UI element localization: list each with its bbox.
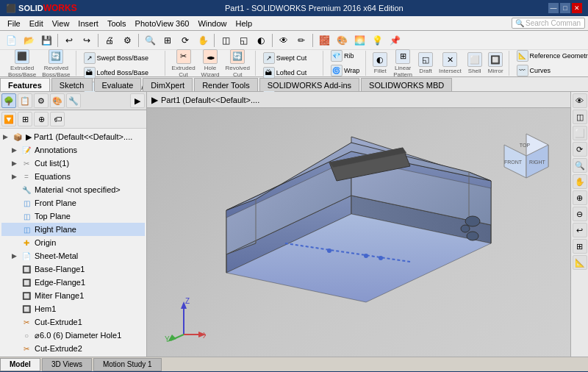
reference-geometry-button[interactable]: 📐Reference Geometry xyxy=(514,49,588,63)
maximize-button[interactable]: □ xyxy=(560,3,570,13)
menu-help[interactable]: Help xyxy=(232,18,257,29)
tree-front-plane[interactable]: ◫ Front Plane xyxy=(1,196,145,210)
tb-print[interactable]: 🖨 xyxy=(101,32,118,49)
tree-top-plane[interactable]: ◫ Top Plane xyxy=(1,210,145,223)
tb-view-orient[interactable]: ◫ xyxy=(218,32,234,49)
sidebar-properties-icon[interactable]: 📋 xyxy=(18,93,32,108)
tb-save[interactable]: 💾 xyxy=(38,32,54,49)
tree-cut-extrude2[interactable]: ✂ Cut-Extrude2 xyxy=(1,342,145,355)
swept-boss-button[interactable]: ↗Swept Boss/Base xyxy=(81,51,162,65)
tab-solidworks-addins[interactable]: SOLIDWORKS Add-ins xyxy=(259,78,359,91)
tb-pan[interactable]: ✋ xyxy=(195,32,211,49)
tb-open[interactable]: 📂 xyxy=(21,32,37,49)
tab-features[interactable]: Features xyxy=(0,78,50,91)
tree-root[interactable]: ▶ 📦 ▶ Part1 (Default<<Default>.... xyxy=(1,130,145,143)
tb-section-view[interactable]: ◱ xyxy=(235,32,251,49)
tab-render-tools[interactable]: Render Tools xyxy=(194,78,258,91)
rt-zoom-fit[interactable]: 🔍 xyxy=(573,158,587,173)
rt-pan[interactable]: ✋ xyxy=(573,174,587,189)
tb-edit-component[interactable]: ✏ xyxy=(293,32,309,49)
sidebar-icons-toggle[interactable]: ⊞ xyxy=(18,112,32,126)
tb-rotate[interactable]: ⟳ xyxy=(177,32,193,49)
view-cube[interactable]: TOP FRONT RIGHT xyxy=(497,130,556,189)
tree-equations[interactable]: ▶ = Equations xyxy=(1,170,145,183)
sidebar-expand-icon[interactable]: ▶ xyxy=(130,93,145,108)
tree-material[interactable]: 🔧 Material <not specified> xyxy=(1,183,145,196)
sidebar-feature-tree-icon[interactable]: 🌳 xyxy=(1,93,16,108)
tb-zoom-area[interactable]: ⊞ xyxy=(159,32,176,49)
tb-hide-show[interactable]: 👁 xyxy=(276,32,292,49)
rib-button[interactable]: 💎Rib xyxy=(328,49,362,63)
tree-diameter-hole1[interactable]: ○ ⌀6.0 (6) Diameter Hole1 xyxy=(1,329,145,342)
tb-decals[interactable]: 📌 xyxy=(387,32,403,49)
rt-display[interactable]: ⬜ xyxy=(573,126,587,140)
rt-prev-view[interactable]: ↩ xyxy=(573,223,587,237)
fillet-button[interactable]: ◐ Fillet xyxy=(370,51,390,75)
intersect-button[interactable]: ✕ Intersect xyxy=(437,51,464,75)
extruded-boss-button[interactable]: ⬛ ExtrudedBoss/Base xyxy=(6,49,38,79)
menu-insert[interactable]: Insert xyxy=(74,18,103,29)
menu-view[interactable]: View xyxy=(48,18,74,29)
draft-button[interactable]: ◱ Draft xyxy=(416,51,435,75)
shell-button[interactable]: ⬜ Shell xyxy=(465,51,484,75)
sidebar-filter-icon[interactable]: 🔽 xyxy=(1,112,16,126)
tab-motion-study[interactable]: Motion Study 1 xyxy=(93,358,162,371)
tree-cutlist[interactable]: ▶ ✂ Cut list(1) xyxy=(1,157,145,170)
tree-unfold2[interactable]: ↗ Unfold2 xyxy=(1,355,145,357)
linear-pattern-button[interactable]: ⊞ LinearPattern xyxy=(391,49,415,79)
tab-3d-views[interactable]: 3D Views xyxy=(42,358,92,371)
tab-solidworks-mbd[interactable]: SOLIDWORKS MBD xyxy=(361,78,452,91)
tb-display-style[interactable]: ◐ xyxy=(253,32,269,49)
tb-redo[interactable]: ↪ xyxy=(79,32,95,49)
menu-tools[interactable]: Tools xyxy=(103,18,131,29)
mirror-button[interactable]: 🔲 Mirror xyxy=(486,51,506,75)
tb-lights[interactable]: 💡 xyxy=(369,32,385,49)
revolved-cut-button[interactable]: 🔄 RevolvedCut xyxy=(223,49,251,79)
canvas-area[interactable]: Z X Y TOP xyxy=(147,108,570,357)
tb-new[interactable]: 📄 xyxy=(3,32,19,49)
sidebar-custom-icon[interactable]: 🔧 xyxy=(66,93,81,108)
tree-edge-flange1[interactable]: 🔲 Edge-Flange1 xyxy=(1,276,145,289)
tab-evaluate[interactable]: Evaluate xyxy=(94,78,142,91)
tb-zoom-fit[interactable]: 🔍 xyxy=(142,32,158,49)
rt-zoom-in[interactable]: ⊕ xyxy=(573,190,587,205)
swept-cut-button[interactable]: ↗Swept Cut xyxy=(260,51,320,65)
tab-dimxpert[interactable]: DimXpert xyxy=(143,78,193,91)
tb-appearances[interactable]: 🎨 xyxy=(334,32,350,49)
rt-rotate[interactable]: ⟳ xyxy=(573,142,587,157)
tree-miter-flange1[interactable]: 🔲 Miter Flange1 xyxy=(1,289,145,302)
tree-annotations[interactable]: ▶ 📝 Annotations xyxy=(1,143,145,157)
sidebar-tag-icon[interactable]: 🏷 xyxy=(50,112,65,126)
rt-section[interactable]: ◫ xyxy=(573,110,587,124)
close-button[interactable]: ✕ xyxy=(572,3,582,13)
menu-window[interactable]: Window xyxy=(193,18,231,29)
sidebar-plus-icon[interactable]: ⊕ xyxy=(34,112,49,126)
sidebar-config-icon[interactable]: ⚙ xyxy=(34,93,49,108)
menu-photoview[interactable]: PhotoView 360 xyxy=(131,18,194,29)
tree-sheet-metal[interactable]: ▶ 📄 Sheet-Metal xyxy=(1,249,145,262)
viewport-nav-icon[interactable]: ▶ xyxy=(151,95,158,105)
sidebar-appearance-icon[interactable]: 🎨 xyxy=(50,93,65,108)
extruded-cut-button[interactable]: ✂ ExtrudedCut xyxy=(170,49,198,79)
curves-button[interactable]: 〰Curves xyxy=(514,63,588,78)
tb-materials[interactable]: 🧱 xyxy=(316,32,332,49)
tree-cut-extrude1[interactable]: ✂ Cut-Extrude1 xyxy=(1,315,145,329)
rt-zoom-out[interactable]: ⊖ xyxy=(573,207,587,221)
search-box[interactable]: 🔍 Search Comman xyxy=(512,18,585,29)
menu-edit[interactable]: Edit xyxy=(25,18,48,29)
rt-view-orient[interactable]: 👁 xyxy=(573,93,587,108)
rt-measure[interactable]: 📐 xyxy=(573,255,587,270)
revolved-boss-button[interactable]: 🔄 RevolvedBoss/Base xyxy=(40,49,72,79)
tab-sketch[interactable]: Sketch xyxy=(51,78,93,91)
tab-model[interactable]: Model xyxy=(0,358,40,371)
tb-scene[interactable]: 🌅 xyxy=(351,32,368,49)
rt-snap[interactable]: ⊞ xyxy=(573,239,587,254)
tb-undo[interactable]: ↩ xyxy=(61,32,77,49)
menu-file[interactable]: File xyxy=(3,18,25,29)
tree-origin[interactable]: ✚ Origin xyxy=(1,236,145,249)
tree-hem1[interactable]: 🔲 Hem1 xyxy=(1,302,145,315)
tree-right-plane[interactable]: ◫ Right Plane xyxy=(1,223,145,236)
wrap-button[interactable]: 🌀Wrap xyxy=(328,63,362,78)
tree-base-flange1[interactable]: 🔲 Base-Flange1 xyxy=(1,262,145,276)
tb-options[interactable]: ⚙ xyxy=(119,32,135,49)
